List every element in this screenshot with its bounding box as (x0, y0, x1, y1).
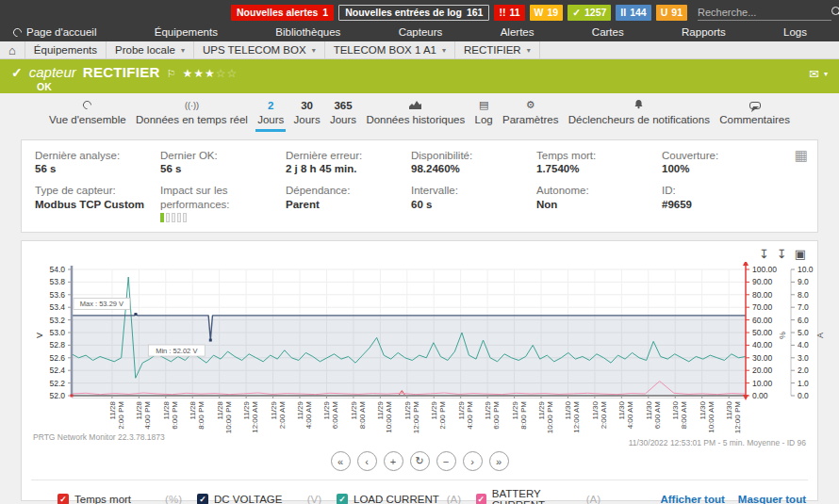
hide-all-link[interactable]: Masquer tout (738, 494, 806, 504)
breadcrumb-item[interactable]: TELECOM BOX 1 A1▾ (325, 41, 455, 58)
info-field: Dernière erreur:2 j 8 h 45 min. (286, 149, 403, 176)
menu-item-logs[interactable]: Logs (783, 26, 807, 38)
topbar-menu: Page d'accueilÉquipementsBibliothèquesCa… (0, 26, 839, 38)
tab-d-clencheurs-de-notifications[interactable]: Déclencheurs de notifications (567, 99, 712, 132)
legend-label: Temps mort (74, 494, 131, 504)
download-png-icon[interactable]: ↧ (759, 248, 769, 260)
impact-bar (183, 213, 187, 222)
menu-item--quipements[interactable]: Équipements (155, 26, 218, 38)
refresh-button[interactable]: ↻ (410, 451, 430, 471)
menu-item-capteurs[interactable]: Capteurs (399, 26, 443, 38)
menu-item-label: Rapports (682, 26, 726, 38)
chart-version-text: PRTG Network Monitor 22.3.78.1873 (33, 432, 165, 442)
new-alerts-badge[interactable]: Nouvelles alertes1 (231, 5, 334, 21)
svg-text:11/282:00 PM: 11/282:00 PM (108, 401, 125, 430)
download-svg-icon[interactable]: ↧ (777, 248, 787, 260)
search-icon[interactable] (831, 7, 839, 17)
legend-links: Afficher toutMasquer tout (660, 494, 806, 504)
svg-text:54.0: 54.0 (49, 265, 65, 274)
sensor-header: ✓ capteur RECTIFIER ⚐ ★★★☆☆ OK ✉ ▾ (0, 59, 839, 93)
status-badge-paused[interactable]: II144 (616, 5, 650, 21)
info-field-value: 98.2460% (411, 162, 529, 176)
chart-area: 52.052.252.452.652.853.053.253.453.653.8… (31, 262, 808, 449)
menu-item-page-d-accueil[interactable]: Page d'accueil (13, 26, 96, 38)
tab-jours[interactable]: 2Jours (255, 99, 286, 132)
info-grid: Dernière analyse:56 sDernier OK:56 sDern… (35, 149, 804, 222)
tab-jours[interactable]: 365Jours (328, 99, 358, 132)
search-box (698, 4, 831, 21)
breadcrumb-item[interactable]: Probe locale▾ (107, 41, 194, 58)
tab-label: Déclencheurs de notifications (568, 114, 710, 125)
tab-number: 365 (334, 100, 352, 111)
menu-item-biblioth-ques[interactable]: Bibliothèques (275, 26, 340, 38)
step-backward-button[interactable]: ‹ (357, 451, 377, 471)
status-unusual-icon: U (661, 7, 668, 18)
legend-checkbox[interactable]: ✓ (197, 494, 208, 504)
log-table-icon: ▤ (479, 99, 488, 111)
svg-text:53.2: 53.2 (49, 316, 65, 325)
svg-text:11/298:00 PM: 11/298:00 PM (511, 401, 528, 430)
home-icon: ⌂ (8, 44, 16, 57)
breadcrumb-label: UPS TELECOM BOX (203, 44, 306, 56)
chart-svg: 52.052.252.452.652.853.053.253.453.653.8… (31, 262, 829, 447)
svg-text:52.6: 52.6 (49, 353, 65, 363)
svg-text:5.0: 5.0 (798, 328, 809, 337)
status-badge-up[interactable]: ✓1257 (568, 5, 611, 21)
fast-backward-button[interactable]: « (331, 451, 351, 471)
legend-label: DC VOLTAGE (214, 494, 282, 504)
info-field-value: 2 j 8 h 45 min. (286, 162, 403, 176)
tab-donn-es-historiques[interactable]: Données historiques (364, 99, 467, 132)
status-badge-down[interactable]: !!11 (494, 5, 524, 21)
legend-checkbox[interactable]: ✓ (476, 494, 486, 504)
legend-checkbox[interactable]: ✓ (337, 494, 348, 504)
tab-commentaires[interactable]: Commentaires (717, 99, 792, 132)
tab-jours[interactable]: 30Jours (292, 99, 322, 132)
legend-unit: (%) (165, 494, 182, 504)
menu-item-rapports[interactable]: Rapports (682, 26, 726, 38)
chart-controls: «‹+↻−›» (31, 451, 808, 471)
svg-text:6.0: 6.0 (798, 316, 809, 325)
impact-bar (166, 213, 170, 222)
image-icon[interactable]: ▣ (795, 248, 806, 260)
tab-label: Log (475, 114, 493, 125)
tab-vue-d-ensemble[interactable]: Vue d'ensemble (47, 99, 128, 132)
qr-code-icon[interactable]: ▦ (795, 148, 808, 162)
info-field: Couverture:100% (662, 149, 780, 176)
home-gauge-icon (11, 26, 24, 39)
breadcrumb-label: TELECOM BOX 1 A1 (334, 44, 436, 56)
status-badge-warning[interactable]: W19 (530, 5, 564, 21)
new-alerts-count: 1 (322, 7, 328, 18)
show-all-link[interactable]: Afficher tout (660, 494, 724, 504)
menu-item-cartes[interactable]: Cartes (592, 26, 624, 38)
zoom-out-button[interactable]: − (436, 451, 456, 471)
svg-text:11/308:00 AM: 11/308:00 AM (671, 401, 688, 430)
info-field: Intervalle:60 s (411, 184, 529, 222)
zoom-in-button[interactable]: + (384, 451, 403, 471)
search-input[interactable] (698, 7, 831, 18)
info-field-label: Dépendance: (286, 184, 403, 197)
tab-log[interactable]: ▤Log (473, 99, 495, 132)
flag-icon[interactable]: ⚐ (167, 68, 176, 80)
svg-text:90.00: 90.00 (752, 277, 773, 286)
breadcrumb-item[interactable]: RECTIFIER▾ (455, 41, 540, 58)
step-forward-button[interactable]: › (463, 451, 483, 471)
star-rating[interactable]: ★★★☆☆ (183, 67, 239, 80)
tab-param-tres[interactable]: ⚙Paramètres (501, 99, 560, 132)
svg-text:53.6: 53.6 (49, 290, 65, 300)
fast-forward-button[interactable]: » (489, 451, 509, 471)
legend-checkbox[interactable]: ✓ (58, 494, 69, 504)
tab-donn-es-en-temps-r-el[interactable]: ((·))Données en temps réel (134, 99, 250, 132)
menu-item-alertes[interactable]: Alertes (501, 26, 535, 38)
breadcrumb-item[interactable]: UPS TELECOM BOX▾ (194, 41, 325, 58)
info-field-label: Temps mort: (536, 149, 654, 162)
new-log-badge[interactable]: Nouvelles entrées de log161 (338, 5, 489, 21)
email-icon[interactable]: ✉ (809, 67, 819, 81)
menu-item-label: Bibliothèques (275, 26, 340, 38)
legend-label: BATTERY CURRENT (492, 488, 586, 504)
svg-text:10.0: 10.0 (798, 265, 814, 274)
status-up-icon: ✓ (572, 7, 581, 18)
chevron-down-icon[interactable]: ▾ (824, 70, 828, 78)
status-badge-unusual[interactable]: U91 (656, 5, 687, 21)
breadcrumb-item[interactable]: Équipements (25, 41, 107, 58)
breadcrumb-home[interactable]: ⌂ (0, 41, 25, 58)
